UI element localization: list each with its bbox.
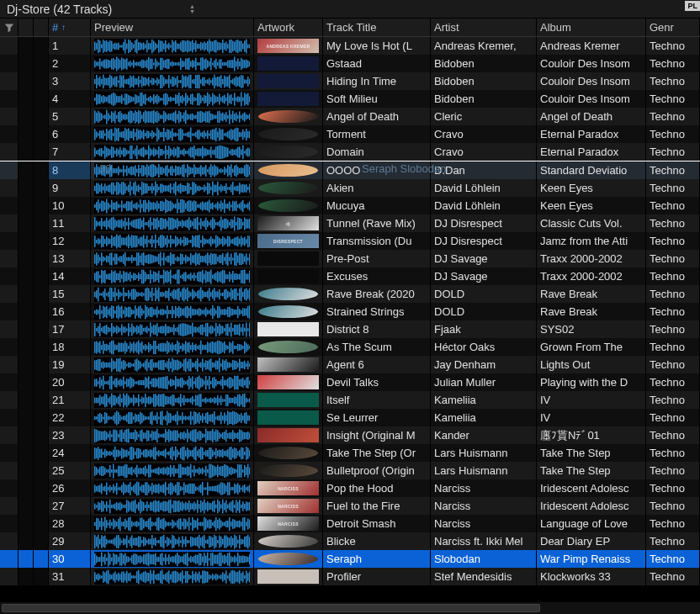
row-waveform[interactable] — [91, 462, 254, 479]
row-waveform[interactable] — [91, 143, 254, 161]
track-row[interactable]: 8 OOOO D.Dan Standard Deviatio Techno 30 — [0, 161, 700, 179]
row-waveform[interactable] — [91, 37, 254, 55]
row-waveform[interactable] — [91, 338, 254, 356]
svg-rect-2369 — [244, 464, 246, 476]
album-column-header[interactable]: Album — [537, 19, 646, 36]
scrollbar-thumb[interactable] — [2, 604, 540, 612]
track-row[interactable]: 6 Torment Cravo Eternal Paradox Techno — [0, 125, 700, 143]
row-waveform[interactable] — [91, 267, 254, 285]
row-waveform[interactable] — [91, 532, 254, 550]
svg-rect-2866 — [121, 571, 123, 582]
track-row[interactable]: 9 Akien David Löhlein Keen Eyes Techno — [0, 179, 700, 197]
track-row[interactable]: 17 District 8 Fjaak SYS02 Techno — [0, 320, 700, 338]
track-row[interactable]: 7 Domain Cravo Eternal Paradox Techno — [0, 143, 700, 161]
row-waveform[interactable] — [91, 72, 254, 90]
track-row[interactable]: 29 Blicke Narciss ft. Ikki Mel Dear Diar… — [0, 532, 700, 550]
row-waveform[interactable] — [91, 550, 254, 568]
track-row[interactable]: 10 Mucuya David Löhlein Keen Eyes Techno — [0, 197, 700, 214]
marker-column-header[interactable] — [19, 19, 34, 36]
number-column-header[interactable]: # ↑ — [49, 19, 91, 36]
row-waveform[interactable] — [91, 373, 254, 391]
track-row[interactable]: 23 Insight (Original M Kander 廛ﾌ貰Nﾃﾞ01 T… — [0, 426, 700, 444]
track-row[interactable]: 21 Itself Kameliia IV Techno — [0, 391, 700, 409]
row-waveform[interactable] — [91, 356, 254, 373]
row-waveform[interactable] — [91, 108, 254, 125]
svg-rect-2166 — [222, 432, 224, 439]
artist-column-header[interactable]: Artist — [431, 19, 537, 36]
svg-rect-2887 — [156, 573, 158, 580]
row-waveform[interactable] — [91, 55, 254, 72]
cover-column-header[interactable] — [34, 19, 49, 36]
svg-rect-1072 — [140, 236, 141, 246]
row-waveform[interactable] — [91, 391, 254, 409]
row-waveform[interactable] — [91, 161, 254, 179]
row-artwork — [254, 55, 323, 72]
svg-rect-1967 — [207, 399, 209, 401]
svg-rect-296 — [113, 92, 114, 105]
svg-rect-2862 — [114, 571, 116, 582]
row-waveform[interactable] — [91, 497, 254, 515]
row-title: Strained Strings — [323, 303, 431, 320]
track-row[interactable]: 31 Profiler Stef Mendesidis Klockworks 3… — [0, 568, 700, 585]
svg-rect-440 — [195, 114, 197, 119]
row-waveform[interactable] — [91, 426, 254, 444]
track-row[interactable]: 28 NARCISS Detroit Smash Narciss Languag… — [0, 515, 700, 532]
svg-rect-633 — [200, 148, 202, 156]
track-row[interactable]: 5 Angel of Death Cleric Angel of Death T… — [0, 108, 700, 125]
row-waveform[interactable] — [91, 303, 254, 320]
title-column-header[interactable]: Track Title — [323, 19, 431, 36]
svg-rect-2192 — [106, 450, 108, 455]
track-row[interactable]: 11 dj Tunnel (Rave Mix) DJ Disrespect Cl… — [0, 214, 700, 232]
row-waveform[interactable] — [91, 479, 254, 497]
row-waveform[interactable] — [91, 125, 254, 143]
row-waveform[interactable] — [91, 90, 254, 108]
track-row[interactable]: 18 As The Scum Héctor Oaks Grown From Th… — [0, 338, 700, 356]
row-waveform[interactable] — [91, 197, 254, 214]
svg-rect-1218 — [225, 253, 227, 264]
track-row[interactable]: 26 NARCISS Pop the Hood Narciss Iridesce… — [0, 479, 700, 497]
track-row[interactable]: 4 Soft Milieu Bidoben Couloir Des Insom … — [0, 90, 700, 108]
svg-rect-1938 — [158, 394, 160, 406]
row-waveform[interactable] — [91, 320, 254, 338]
pl-button[interactable]: PL — [685, 1, 700, 11]
row-marker-cell — [19, 232, 34, 250]
svg-rect-1990 — [246, 397, 247, 402]
genre-column-header[interactable]: Genr — [646, 19, 700, 36]
track-row[interactable]: 27 NARCISS Fuel to the Fire Narciss Irid… — [0, 497, 700, 515]
svg-rect-971 — [130, 222, 131, 225]
preview-column-header[interactable]: Preview — [91, 19, 254, 36]
row-waveform[interactable] — [91, 214, 254, 232]
row-waveform[interactable] — [91, 409, 254, 426]
track-row[interactable]: 3 Hiding In Time Bidoben Couloir Des Ins… — [0, 72, 700, 90]
row-waveform[interactable] — [91, 179, 254, 197]
track-row[interactable]: 22 Se Leurrer Kameliia IV Techno — [0, 409, 700, 426]
track-row[interactable]: 24 Take The Step (Or Lars Huismann Take … — [0, 444, 700, 462]
row-waveform[interactable] — [91, 250, 254, 267]
track-row[interactable]: 1 ANDREAS KREMER My Love Is Hot (L Andre… — [0, 37, 700, 55]
track-row[interactable]: 25 Bulletproof (Origin Lars Huismann Tak… — [0, 462, 700, 479]
svg-rect-2053 — [192, 416, 194, 420]
svg-rect-1175 — [153, 255, 155, 262]
row-waveform[interactable] — [91, 568, 254, 585]
artwork-column-header[interactable]: Artwork — [254, 19, 323, 36]
track-row[interactable]: 14 Excuses DJ Savage Traxx 2000-2002 Tec… — [0, 267, 700, 285]
row-filter-cell — [0, 409, 19, 426]
track-row[interactable]: 12 DISRESPECT Transmission (Du DJ Disres… — [0, 232, 700, 250]
svg-rect-552 — [224, 133, 225, 135]
track-row[interactable]: 13 Pre-Post DJ Savage Traxx 2000-2002 Te… — [0, 250, 700, 267]
row-waveform[interactable] — [91, 285, 254, 303]
horizontal-scrollbar[interactable] — [0, 602, 700, 614]
row-waveform[interactable] — [91, 515, 254, 532]
svg-rect-525 — [178, 129, 180, 140]
track-row[interactable]: 20 Devil Talks Julian Muller Playing wit… — [0, 373, 700, 391]
row-waveform[interactable] — [91, 232, 254, 250]
track-row[interactable]: 2 Gstaad Bidoben Couloir Des Insom Techn… — [0, 55, 700, 72]
playlist-dropdown[interactable]: Dj-Store (42 Tracks) ▲▼ — [0, 0, 202, 18]
track-row[interactable]: 16 Strained Strings DOLD Rave Break Tech… — [0, 303, 700, 320]
filter-column-header[interactable] — [0, 19, 19, 36]
svg-rect-1999 — [101, 414, 103, 421]
row-waveform[interactable] — [91, 444, 254, 462]
track-row[interactable]: 15 Rave Break (2020 DOLD Rave Break Tech… — [0, 285, 700, 303]
track-row[interactable]: 30 Seraph Slobodan War Pimp Renaiss Tech… — [0, 550, 700, 568]
track-row[interactable]: 19 Agent 6 Jay Denham Lights Out Techno — [0, 356, 700, 373]
